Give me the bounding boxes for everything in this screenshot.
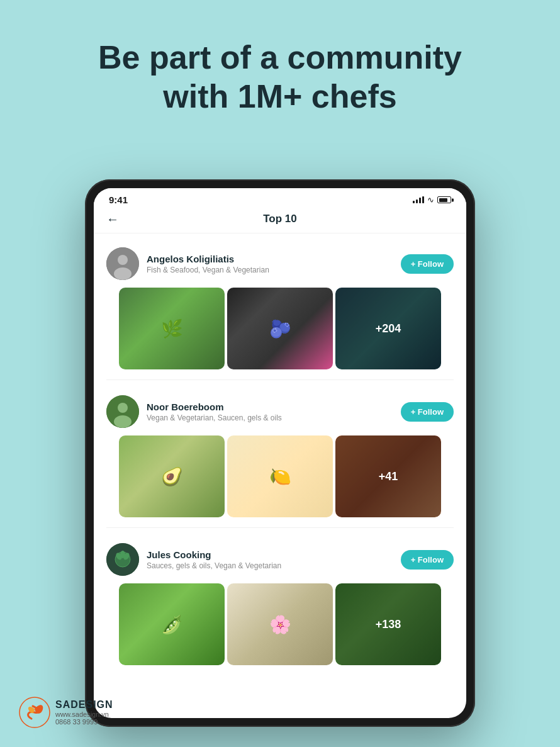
chef-info-2: Noor Boereboom Vegan & Vegetarian, Sauce… <box>147 402 401 422</box>
chef-image-3-3: +138 <box>335 583 441 665</box>
logo-name: SADESIGN <box>55 699 113 710</box>
chef-info-3: Jules Cooking Sauces, gels & oils, Vegan… <box>147 549 401 570</box>
chef-image-1-1: 🌿 <box>119 288 225 369</box>
signal-icon <box>413 196 424 203</box>
status-time: 9:41 <box>109 194 128 205</box>
chef-image-2-1: 🥑 <box>119 435 225 517</box>
chef-image-3-2: 🌸 <box>227 583 333 665</box>
chef-image-grid-3: 🫛 🌸 +138 <box>106 583 454 665</box>
extra-count-3: +138 <box>376 618 401 631</box>
chef-header-3: Jules Cooking Sauces, gels & oils, Vegan… <box>106 543 454 576</box>
status-bar: 9:41 ∿ <box>94 188 466 208</box>
chef-avatar-1 <box>106 247 139 280</box>
status-icons: ∿ <box>413 195 451 205</box>
scroll-content[interactable]: Angelos Koligiliatis Fish & Seafood, Veg… <box>94 233 466 718</box>
chef-image-grid-1: 🌿 🫐 +204 <box>106 288 454 369</box>
logo-url: www.sadesign.vn <box>55 710 113 718</box>
chef-image-2-3: +41 <box>335 435 441 517</box>
chef-header-1: Angelos Koligiliatis Fish & Seafood, Veg… <box>106 247 454 280</box>
tablet-mockup: 9:41 ∿ ← Top 10 <box>85 179 475 727</box>
chef-card-2: Noor Boereboom Vegan & Vegetarian, Sauce… <box>94 386 466 517</box>
follow-button-2[interactable]: + Follow <box>401 402 454 422</box>
svg-point-2 <box>114 267 132 280</box>
divider-2 <box>106 527 454 528</box>
chef-tags-2: Vegan & Vegetarian, Saucen, gels & oils <box>147 413 401 422</box>
follow-button-3[interactable]: + Follow <box>401 550 454 570</box>
chef-name-2: Noor Boereboom <box>147 402 401 412</box>
sadesign-logo-icon <box>19 697 50 728</box>
tablet-screen: 9:41 ∿ ← Top 10 <box>94 188 466 718</box>
chef-tags-3: Sauces, gels & oils, Vegan & Vegetarian <box>147 561 401 570</box>
chef-avatar-2 <box>106 395 139 428</box>
battery-icon <box>437 196 451 203</box>
chef-tags-1: Fish & Seafood, Vegan & Vegetarian <box>147 266 401 274</box>
chef-card-3: Jules Cooking Sauces, gels & oils, Vegan… <box>94 534 466 665</box>
nav-title: Top 10 <box>263 213 297 225</box>
chef-avatar-3 <box>106 543 139 576</box>
logo-text: SADESIGN www.sadesign.vn 0868 33 9999 <box>55 699 113 726</box>
tablet-frame: 9:41 ∿ ← Top 10 <box>85 179 475 727</box>
svg-point-5 <box>114 415 132 428</box>
wifi-icon: ∿ <box>427 195 434 205</box>
chef-info-1: Angelos Koligiliatis Fish & Seafood, Veg… <box>147 254 401 274</box>
chef-image-grid-2: 🥑 🍋 +41 <box>106 435 454 517</box>
svg-point-1 <box>118 255 128 265</box>
headline-section: Be part of a community with 1M+ chefs <box>0 0 560 135</box>
chef-image-3-1: 🫛 <box>119 583 225 665</box>
back-button[interactable]: ← <box>106 212 119 227</box>
chef-card-1: Angelos Koligiliatis Fish & Seafood, Veg… <box>94 239 466 369</box>
logo-phone: 0868 33 9999 <box>55 718 113 726</box>
divider-1 <box>106 379 454 380</box>
headline-text: Be part of a community with 1M+ chefs <box>0 38 560 116</box>
extra-count-2: +41 <box>379 470 398 483</box>
extra-count-1: +204 <box>376 322 401 335</box>
logo-area: SADESIGN www.sadesign.vn 0868 33 9999 <box>19 697 113 728</box>
follow-button-1[interactable]: + Follow <box>401 254 454 274</box>
chef-name-3: Jules Cooking <box>147 549 401 560</box>
chef-image-1-3: +204 <box>335 288 441 369</box>
chef-name-1: Angelos Koligiliatis <box>147 254 401 264</box>
chef-image-2-2: 🍋 <box>227 435 333 517</box>
chef-header-2: Noor Boereboom Vegan & Vegetarian, Sauce… <box>106 395 454 428</box>
svg-point-4 <box>118 403 128 413</box>
chef-image-1-2: 🫐 <box>227 288 333 369</box>
nav-bar: ← Top 10 <box>94 208 466 233</box>
